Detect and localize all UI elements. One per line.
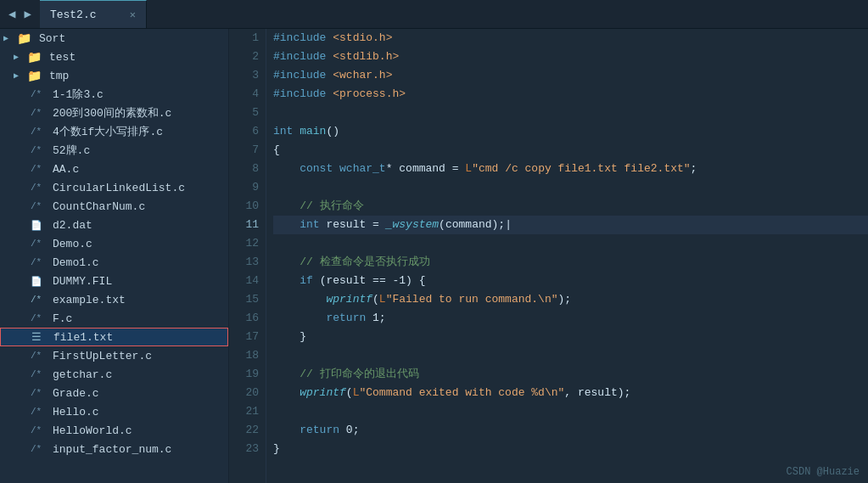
line-number: 5 [229,104,266,122]
tab-test2-c[interactable]: Test2.c✕ [40,0,147,28]
sidebar-item[interactable]: ☰file1.txt [0,328,228,346]
line-number: 22 [229,421,266,440]
file-txt-sel-icon: ☰ [31,330,47,344]
sidebar-item[interactable]: /*HelloWorld.c [0,421,228,440]
file-dat-icon: 📄 [31,276,46,287]
line-number: 7 [229,141,266,160]
sidebar-item-label: CircularLinkedList.c [53,182,185,194]
code-line [273,346,868,365]
code-line: #include <process.h> [273,85,868,104]
sidebar-item-label: d2.dat [53,219,92,232]
sidebar-item[interactable]: /*input_factor_num.c [0,440,228,458]
line-number: 3 [229,66,266,85]
code-line: wprintf(L"Command exited with code %d\n"… [273,384,868,402]
file-c-icon: /* [31,239,46,249]
file-c-icon: /* [31,183,46,193]
folder-icon: 📁 [27,50,42,65]
code-content[interactable]: #include <stdio.h>#include <stdlib.h>#in… [266,29,868,483]
sidebar-item-label: CountCharNum.c [53,200,145,213]
sidebar-item-label: input_factor_num.c [53,443,171,456]
code-line [273,402,868,421]
line-number: 16 [229,309,266,328]
sidebar-item-label: example.txt [53,294,126,306]
sidebar-item-label: 1-1除3.c [53,87,104,102]
code-line [273,178,868,197]
tab-label: Test2.c [50,8,97,21]
file-c-icon: /* [31,145,46,155]
code-line: } [273,328,868,346]
code-editor: 1234567891011121314151617181920212223 #i… [229,29,868,483]
sidebar-item[interactable]: ▶📁Sort [0,29,228,48]
sidebar-item[interactable]: 📄d2.dat [0,216,228,234]
file-c-icon: /* [31,388,46,398]
sidebar-item[interactable]: /*1-1除3.c [0,85,228,104]
code-line: #include <stdio.h> [273,29,868,48]
sidebar-item[interactable]: /*CountCharNum.c [0,197,228,216]
sidebar-item-label: AA.c [53,163,79,176]
file-c-icon: /* [31,444,46,454]
line-numbers: 1234567891011121314151617181920212223 [229,29,266,483]
sidebar-item[interactable]: /*4个数if大小写排序.c [0,122,228,141]
sidebar-item[interactable]: /*Hello.c [0,402,228,421]
sidebar-item-label: Hello.c [53,406,99,418]
line-number: 8 [229,160,266,178]
line-number: 13 [229,253,266,272]
line-number: 10 [229,197,266,216]
code-line: #include <stdlib.h> [273,48,868,66]
code-line: #include <wchar.h> [273,66,868,85]
tab-close-button[interactable]: ✕ [130,8,136,21]
line-number: 18 [229,346,266,365]
file-c-icon: /* [31,257,46,267]
sidebar-item[interactable]: /*F.c [0,309,228,328]
line-number: 19 [229,365,266,384]
code-line: int result = _wsystem(command); [273,216,868,234]
file-c-icon: /* [31,201,46,211]
sidebar-item[interactable]: 📄DUMMY.FIL [0,272,228,290]
sidebar-item[interactable]: /*AA.c [0,160,228,178]
line-number: 20 [229,384,266,402]
sidebar-item[interactable]: /*FirstUpLetter.c [0,346,228,365]
sidebar-item-label: Demo.c [53,238,92,250]
main-area: ▶📁Sort▶📁test▶📁tmp/*1-1除3.c/*200到300间的素数和… [0,29,868,483]
sidebar-item[interactable]: /*getchar.c [0,365,228,384]
folder-arrow-icon: ▶ [3,33,15,43]
file-c-icon: /* [31,108,46,118]
file-c-icon: /* [31,407,46,417]
sidebar-item[interactable]: /*Demo1.c [0,253,228,272]
sidebar-item[interactable]: ▶📁tmp [0,66,228,85]
folder-icon: 📁 [27,69,42,83]
file-c-icon: /* [31,351,46,361]
file-c-icon: /* [31,369,46,379]
sidebar-item-label: 52牌.c [53,143,90,158]
line-number: 21 [229,402,266,421]
code-line: // 执行命令 [273,197,868,216]
sidebar-item[interactable]: /*CircularLinkedList.c [0,178,228,197]
code-line: return 0; [273,421,868,440]
sidebar-item[interactable]: /*52牌.c [0,141,228,160]
line-number: 1 [229,29,266,48]
sidebar-item[interactable]: ▶📁test [0,48,228,66]
sidebar-item[interactable]: /*Grade.c [0,384,228,402]
sidebar-item-list: ▶📁Sort▶📁test▶📁tmp/*1-1除3.c/*200到300间的素数和… [0,29,228,458]
tab-prev-button[interactable]: ◀ [5,5,19,23]
code-line: // 打印命令的退出代码 [273,365,868,384]
sidebar-item-label: getchar.c [53,368,112,381]
sidebar-item-label: FirstUpLetter.c [53,350,152,362]
sidebar-item[interactable]: /*example.txt [0,290,228,309]
sidebar-item-label: DUMMY.FIL [53,275,112,288]
sidebar-item[interactable]: /*Demo.c [0,234,228,253]
code-line: return 1; [273,309,868,328]
tab-nav-buttons: ◀ ▶ [0,0,40,28]
tab-bar: ◀ ▶ Test2.c✕example.txt✕Test1.c✕Main.cp✕ [0,0,868,29]
sidebar-item[interactable]: /*200到300间的素数和.c [0,104,228,122]
code-line: } [273,440,868,458]
tab-next-button[interactable]: ▶ [20,5,34,23]
sidebar-item-label: 4个数if大小写排序.c [53,124,163,139]
folder-arrow-icon: ▶ [14,70,25,81]
file-c-icon: /* [31,425,46,435]
code-line: { [273,141,868,160]
watermark: CSDN @Huazie [787,466,860,478]
folder-icon: 📁 [17,31,32,46]
line-number: 4 [229,85,266,104]
sidebar-item-label: Grade.c [53,387,99,400]
